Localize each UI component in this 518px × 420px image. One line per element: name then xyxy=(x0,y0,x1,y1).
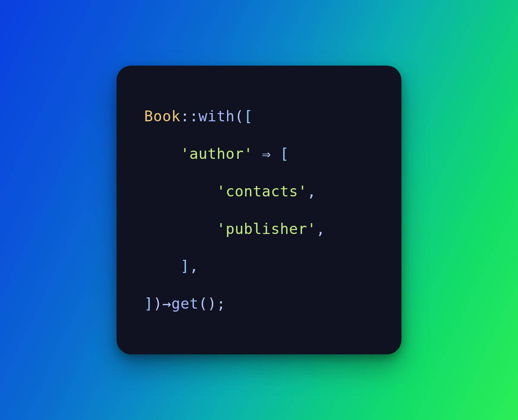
token-chain-arrow: → xyxy=(162,295,171,312)
token-string-publisher: 'publisher' xyxy=(217,220,316,237)
token-call-parens: () xyxy=(199,295,217,312)
token-comma: , xyxy=(307,183,316,200)
gradient-background: Book::with([ 'author' ⇒ [ 'contacts', 'p… xyxy=(0,0,518,420)
code-block: Book::with([ 'author' ⇒ [ 'contacts', 'p… xyxy=(144,98,377,322)
token-scope-operator: :: xyxy=(180,107,199,125)
indent xyxy=(144,220,217,237)
indent xyxy=(144,145,180,162)
token-method-get: get xyxy=(171,295,199,312)
token-open-bracket-inner: [ xyxy=(280,145,289,162)
token-open-paren: ( xyxy=(235,107,244,125)
token-semicolon: ; xyxy=(217,295,226,312)
indent xyxy=(144,257,180,275)
token-comma: , xyxy=(316,220,325,237)
token-method-with: with xyxy=(199,107,235,125)
token-fat-arrow: ⇒ xyxy=(253,145,280,162)
token-string-contacts: 'contacts' xyxy=(217,183,307,200)
token-open-bracket-outer: [ xyxy=(244,107,253,125)
token-string-author: 'author' xyxy=(180,145,253,162)
token-comma: , xyxy=(190,257,199,275)
token-close-bracket-inner: ] xyxy=(180,257,190,275)
token-close-bracket-outer: ] xyxy=(144,295,153,312)
indent xyxy=(144,183,217,200)
token-close-paren: ) xyxy=(153,295,162,312)
token-class-name: Book xyxy=(144,107,180,125)
code-card: Book::with([ 'author' ⇒ [ 'contacts', 'p… xyxy=(117,66,401,354)
